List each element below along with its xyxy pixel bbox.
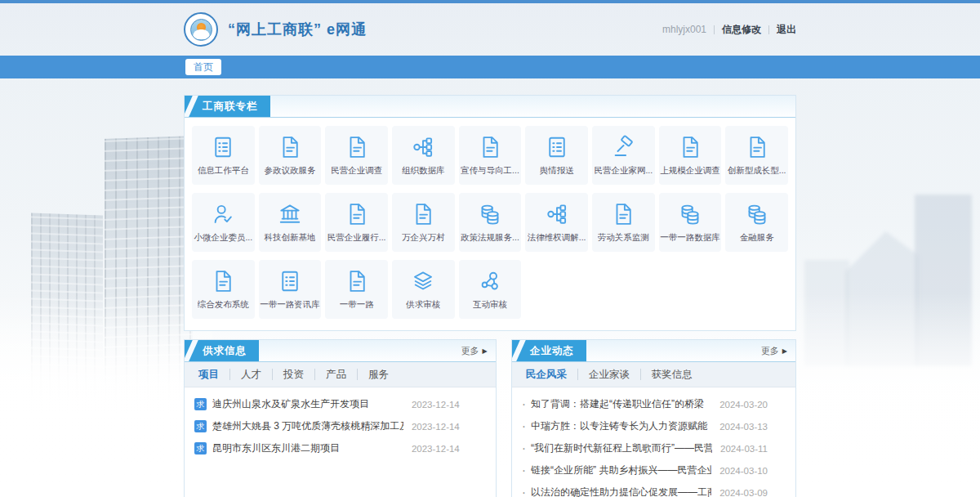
supply-list: 求迪庆州山泉水及矿泉水生产开发项目2023-12-14求楚雄州大姚县 3 万吨优… bbox=[185, 393, 496, 459]
dynamics-tab-3[interactable]: 获奖信息 bbox=[641, 369, 703, 380]
supply-tab-3[interactable]: 投资 bbox=[273, 369, 315, 380]
bank-icon bbox=[278, 202, 302, 226]
demand-badge: 求 bbox=[194, 398, 207, 410]
launcher-item-15[interactable]: 法律维权调解... bbox=[525, 193, 588, 252]
file-icon bbox=[345, 269, 369, 293]
dynamics-item-title: 链接“企业所能” 共助乡村振兴——民营企业... bbox=[531, 463, 711, 477]
nav-home-button[interactable]: 首页 bbox=[185, 59, 221, 75]
dynamics-tab-1[interactable]: 民企风采 bbox=[515, 369, 578, 380]
launcher-item-11[interactable]: 科技创新基地 bbox=[259, 193, 322, 252]
launcher-item-3[interactable]: 民营企业调查 bbox=[325, 126, 388, 185]
main-content: 工商联专栏 信息工作平台参政议政服务民营企业调查组织数据库宣传与导向工...舆情… bbox=[184, 95, 796, 497]
network-nodes-icon bbox=[478, 269, 502, 293]
supply-tab-4[interactable]: 产品 bbox=[315, 369, 358, 380]
launcher-item-7[interactable]: 民营企业家网... bbox=[592, 126, 655, 185]
logout-link[interactable]: 退出 bbox=[777, 23, 796, 37]
username: mhlyjx001 bbox=[662, 24, 706, 35]
supply-item-title: 楚雄州大姚县 3 万吨优质薄壳核桃精深加工及科... bbox=[212, 419, 403, 433]
launcher-item-label: 组织数据库 bbox=[402, 165, 445, 177]
dynamics-item-date: 2024-03-11 bbox=[720, 444, 768, 454]
launcher-item-23[interactable]: 互动审核 bbox=[459, 260, 522, 319]
more-arrow-icon: ▶ bbox=[782, 347, 787, 355]
launcher-item-label: 万企兴万村 bbox=[402, 232, 445, 244]
launcher-item-13[interactable]: 万企兴万村 bbox=[392, 193, 455, 252]
launcher-item-14[interactable]: 政策法规服务... bbox=[459, 193, 522, 252]
dynamics-item-5[interactable]: ·以法治的确定性助力提信心促发展——工商联...2024-03-09 bbox=[512, 481, 795, 497]
launcher-item-16[interactable]: 劳动关系监测 bbox=[592, 193, 655, 252]
launcher-item-label: 劳动关系监测 bbox=[598, 232, 649, 244]
launcher-item-label: 供求审核 bbox=[406, 299, 440, 311]
panel-dynamics-header: 企业动态 更多 ▶ bbox=[512, 340, 795, 362]
file-icon bbox=[411, 202, 435, 226]
dynamics-item-4[interactable]: ·链接“企业所能” 共助乡村振兴——民营企业...2024-03-10 bbox=[512, 459, 795, 481]
launcher-item-1[interactable]: 信息工作平台 bbox=[192, 126, 255, 185]
dynamics-tab-2[interactable]: 企业家谈 bbox=[578, 369, 641, 380]
launcher-item-5[interactable]: 宣传与导向工... bbox=[459, 126, 522, 185]
org-tree-icon bbox=[411, 135, 435, 159]
panel-supply-demand: 供求信息 更多 ▶ 项目人才投资产品服务 求迪庆州山泉水及矿泉水生产开发项目20… bbox=[184, 339, 497, 497]
launcher-item-18[interactable]: 金融服务 bbox=[725, 193, 788, 252]
launcher-item-label: 民营企业履行... bbox=[327, 232, 386, 244]
supply-item-1[interactable]: 求迪庆州山泉水及矿泉水生产开发项目2023-12-14 bbox=[185, 393, 496, 415]
launcher-item-label: 上规模企业调查 bbox=[660, 165, 720, 177]
modify-info-link[interactable]: 信息修改 bbox=[722, 23, 761, 37]
divider bbox=[714, 25, 715, 34]
launcher-item-19[interactable]: 综合发布系统 bbox=[192, 260, 255, 319]
bullet-dot: · bbox=[522, 463, 526, 478]
launcher-item-label: 宣传与导向工... bbox=[461, 165, 519, 177]
bullet-dot: · bbox=[522, 397, 526, 412]
supply-tab-2[interactable]: 人才 bbox=[230, 369, 273, 380]
database-icon bbox=[745, 202, 769, 226]
launcher-item-21[interactable]: 一带一路 bbox=[325, 260, 388, 319]
main-nav: 首页 bbox=[0, 56, 980, 78]
launcher-item-6[interactable]: 舆情报送 bbox=[525, 126, 588, 185]
dynamics-item-2[interactable]: ·中瑞方胜：以专注铸专长为人力资源赋能2024-03-13 bbox=[512, 415, 795, 437]
file-icon bbox=[211, 269, 235, 293]
dynamics-item-title: 中瑞方胜：以专注铸专长为人力资源赋能 bbox=[531, 419, 711, 433]
demand-badge: 求 bbox=[194, 420, 207, 432]
supply-tab-1[interactable]: 项目 bbox=[188, 369, 230, 380]
launcher-item-label: 综合发布系统 bbox=[198, 299, 249, 311]
panel-supply-header: 供求信息 更多 ▶ bbox=[185, 340, 496, 362]
dynamics-item-date: 2024-03-20 bbox=[719, 400, 768, 410]
launcher-item-label: 民营企业调查 bbox=[331, 165, 382, 177]
launcher-item-label: 一带一路资讯库 bbox=[260, 299, 320, 311]
launcher-item-22[interactable]: 供求审核 bbox=[392, 260, 455, 319]
supply-item-3[interactable]: 求昆明市东川区东川港二期项目2023-12-14 bbox=[185, 437, 496, 459]
layers-icon bbox=[411, 269, 435, 293]
launcher-item-4[interactable]: 组织数据库 bbox=[392, 126, 455, 185]
launcher-item-17[interactable]: 一带一路数据库 bbox=[659, 193, 722, 252]
launcher-item-label: 参政议政服务 bbox=[264, 165, 315, 177]
launcher-item-2[interactable]: 参政议政服务 bbox=[259, 126, 322, 185]
file-icon bbox=[478, 135, 502, 159]
launcher-item-label: 一带一路数据库 bbox=[660, 232, 720, 244]
dynamics-item-3[interactable]: ·“我们在新时代新征程上凯歌而行”——民营...2024-03-11 bbox=[512, 437, 795, 459]
list-document-icon bbox=[211, 135, 235, 159]
supply-item-date: 2023-12-14 bbox=[412, 400, 460, 410]
supply-item-2[interactable]: 求楚雄州大姚县 3 万吨优质薄壳核桃精深加工及科...2023-12-14 bbox=[185, 415, 496, 437]
panel-launcher-header: 工商联专栏 bbox=[185, 96, 795, 118]
database-icon bbox=[678, 202, 702, 226]
dynamics-item-title: 知了背调：搭建起“传递职业信任”的桥梁 bbox=[531, 397, 711, 411]
launcher-item-label: 舆情报送 bbox=[540, 165, 574, 177]
supply-tab-5[interactable]: 服务 bbox=[358, 369, 399, 380]
bullet-dot: · bbox=[522, 441, 526, 456]
launcher-item-label: 创新型成长型... bbox=[728, 165, 786, 177]
launcher-item-10[interactable]: 小微企业委员... bbox=[192, 193, 255, 252]
launcher-item-9[interactable]: 创新型成长型... bbox=[725, 126, 788, 185]
list-document-icon bbox=[278, 269, 302, 293]
launcher-item-8[interactable]: 上规模企业调查 bbox=[659, 126, 722, 185]
site-logo-icon bbox=[184, 12, 218, 47]
supply-more-link[interactable]: 更多 ▶ bbox=[461, 340, 496, 361]
launcher-item-20[interactable]: 一带一路资讯库 bbox=[259, 260, 322, 319]
dynamics-more-link[interactable]: 更多 ▶ bbox=[761, 340, 795, 361]
launcher-item-label: 金融服务 bbox=[740, 232, 774, 244]
bottom-panels-row: 供求信息 更多 ▶ 项目人才投资产品服务 求迪庆州山泉水及矿泉水生产开发项目20… bbox=[184, 339, 796, 497]
file-icon bbox=[678, 135, 702, 159]
dynamics-item-date: 2024-03-10 bbox=[719, 466, 768, 476]
panel-launcher-title: 工商联专栏 bbox=[185, 96, 270, 117]
file-icon bbox=[611, 202, 635, 226]
user-area: mhlyjx001 信息修改 退出 bbox=[662, 23, 796, 37]
dynamics-item-1[interactable]: ·知了背调：搭建起“传递职业信任”的桥梁2024-03-20 bbox=[512, 393, 795, 415]
launcher-item-12[interactable]: 民营企业履行... bbox=[325, 193, 388, 252]
